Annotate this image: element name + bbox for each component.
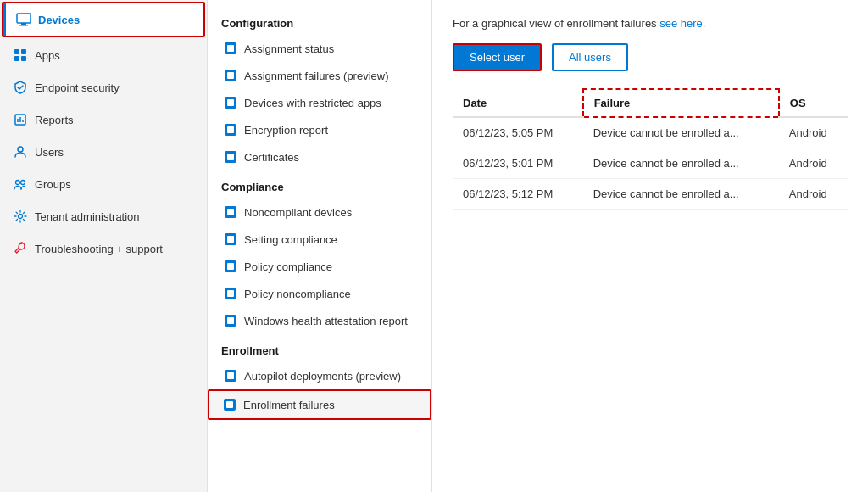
menu-item-policy-compliance[interactable]: Policy compliance [208, 253, 431, 280]
cell-failure: Device cannot be enrolled a... [583, 117, 779, 148]
action-buttons: Select user All users [453, 43, 848, 71]
svg-point-11 [18, 147, 23, 152]
gear-icon [13, 209, 28, 224]
svg-rect-5 [14, 56, 19, 61]
sidebar-item-reports-label: Reports [35, 114, 74, 126]
cell-date: 06/12/23, 5:12 PM [453, 179, 583, 210]
menu-item-windows-health[interactable]: Windows health attestation report [208, 307, 431, 334]
sidebar-item-apps[interactable]: Apps [0, 39, 207, 71]
menu-item-noncompliant-devices[interactable]: Noncompliant devices [208, 198, 431, 226]
menu-icon-devices-restricted [224, 96, 237, 109]
svg-point-12 [16, 181, 20, 185]
groups-icon [13, 176, 28, 192]
all-users-button[interactable]: All users [552, 43, 628, 71]
menu-item-policy-noncompliance[interactable]: Policy noncompliance [208, 280, 431, 307]
cell-failure: Device cannot be enrolled a... [583, 179, 779, 210]
sidebar-item-devices[interactable]: Devices [3, 3, 203, 36]
menu-icon-windows-health [224, 314, 237, 327]
sidebar-item-apps-label: Apps [35, 49, 60, 62]
menu-icon-noncompliant [224, 205, 237, 219]
enrollment-failures-table: Date Failure OS 06/12/23, 5:05 PMDevice … [453, 88, 848, 210]
svg-rect-3 [14, 49, 19, 54]
sidebar-item-devices-label: Devices [38, 14, 80, 26]
col-header-failure: Failure [583, 89, 779, 117]
svg-point-14 [19, 215, 23, 219]
sidebar-item-groups-label: Groups [35, 178, 71, 191]
col-header-date: Date [453, 89, 583, 117]
menu-icon-certificates [224, 150, 237, 164]
sidebar-item-troubleshooting[interactable]: Troubleshooting + support [0, 232, 207, 265]
menu-item-encryption-report[interactable]: Encryption report [208, 116, 431, 143]
menu-item-setting-compliance[interactable]: Setting compliance [208, 226, 431, 253]
svg-rect-4 [21, 49, 26, 54]
menu-item-autopilot-deployments[interactable]: Autopilot deployments (preview) [208, 362, 431, 389]
reports-icon [13, 112, 28, 127]
menu-icon-policy-noncompliance [224, 287, 237, 300]
menu-icon-assignment-status [224, 42, 237, 55]
shield-icon [13, 80, 28, 95]
main-content: For a graphical view of enrollment failu… [432, 0, 868, 492]
cell-date: 06/12/23, 5:01 PM [453, 148, 583, 179]
sidebar-item-endpoint-label: Endpoint security [35, 81, 120, 94]
sidebar-item-groups[interactable]: Groups [0, 168, 207, 200]
cell-date: 06/12/23, 5:05 PM [453, 117, 583, 148]
svg-point-13 [21, 181, 25, 185]
cell-os: Android [779, 148, 848, 179]
devices-nav-highlight: Devices [2, 2, 205, 37]
svg-rect-6 [21, 56, 26, 61]
menu-icon-enrollment-failures [223, 398, 236, 411]
middle-panel: Configuration Assignment status Assignme… [208, 0, 432, 492]
menu-item-devices-restricted[interactable]: Devices with restricted apps [208, 89, 431, 116]
svg-rect-0 [17, 14, 31, 23]
menu-icon-setting-compliance [224, 232, 237, 246]
cell-failure: Device cannot be enrolled a... [583, 148, 779, 179]
menu-icon-autopilot [224, 369, 237, 383]
menu-icon-policy-compliance [224, 260, 237, 273]
svg-rect-2 [19, 25, 28, 26]
see-here-link[interactable]: see here. [659, 17, 705, 30]
menu-icon-assignment-failures [224, 69, 237, 82]
section-header-compliance: Compliance [208, 171, 431, 198]
apps-icon [13, 48, 28, 63]
menu-item-enrollment-failures[interactable]: Enrollment failures [208, 389, 431, 420]
sidebar-item-reports[interactable]: Reports [0, 103, 207, 136]
svg-rect-1 [21, 23, 26, 25]
select-user-button[interactable]: Select user [453, 43, 542, 71]
cell-os: Android [779, 117, 848, 148]
menu-item-assignment-failures[interactable]: Assignment failures (preview) [208, 62, 431, 89]
wrench-icon [13, 241, 28, 256]
enrollment-info-text: For a graphical view of enrollment failu… [453, 17, 848, 30]
sidebar-item-users[interactable]: Users [0, 136, 207, 168]
sidebar-item-troubleshooting-label: Troubleshooting + support [35, 243, 163, 255]
sidebar-item-tenant-admin[interactable]: Tenant administration [0, 200, 207, 232]
menu-icon-encryption [224, 123, 237, 137]
sidebar: Devices Apps Endpoint security [0, 0, 208, 492]
section-header-configuration: Configuration [208, 7, 431, 35]
users-icon [13, 144, 28, 159]
monitor-icon [16, 12, 31, 27]
menu-item-certificates[interactable]: Certificates [208, 143, 431, 171]
sidebar-item-users-label: Users [35, 146, 64, 159]
section-header-enrollment: Enrollment [208, 334, 431, 362]
table-row: 06/12/23, 5:05 PMDevice cannot be enroll… [453, 117, 848, 148]
col-header-os: OS [779, 89, 848, 117]
table-row: 06/12/23, 5:01 PMDevice cannot be enroll… [453, 148, 848, 179]
table-row: 06/12/23, 5:12 PMDevice cannot be enroll… [453, 179, 848, 210]
sidebar-item-endpoint-security[interactable]: Endpoint security [0, 71, 207, 103]
menu-item-assignment-status[interactable]: Assignment status [208, 35, 431, 62]
sidebar-item-tenant-label: Tenant administration [35, 210, 140, 223]
cell-os: Android [779, 179, 848, 210]
